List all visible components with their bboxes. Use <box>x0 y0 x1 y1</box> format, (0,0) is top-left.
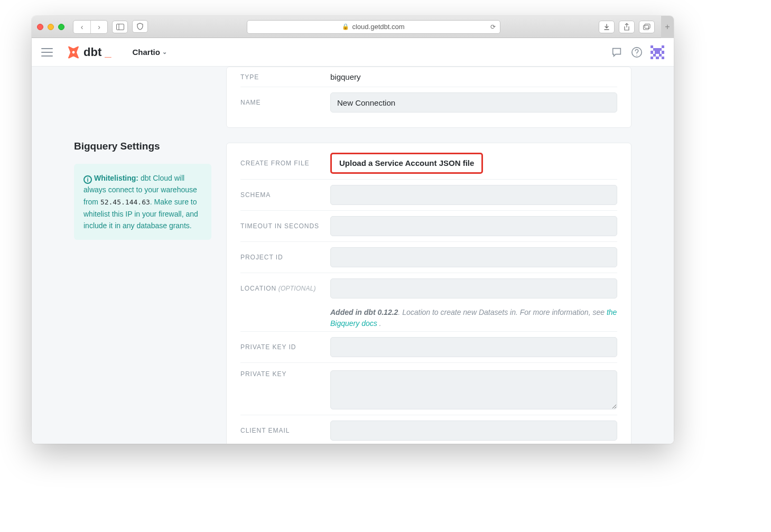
project-id-input[interactable] <box>330 247 617 267</box>
tabs-button[interactable] <box>639 21 655 33</box>
browser-window: ‹ › 🔒 cloud.getdbt.com ⟳ <box>32 16 674 444</box>
svg-point-4 <box>72 51 75 53</box>
svg-rect-0 <box>116 24 124 30</box>
svg-rect-15 <box>655 51 660 54</box>
private-key-id-input[interactable] <box>330 337 617 357</box>
back-button[interactable]: ‹ <box>73 21 90 33</box>
share-button[interactable] <box>619 21 635 33</box>
avatar[interactable] <box>651 45 664 59</box>
svg-rect-12 <box>656 48 659 51</box>
dbt-logo-icon <box>67 45 80 59</box>
sidebar-toggle-button[interactable] <box>112 21 128 33</box>
address-bar[interactable]: 🔒 cloud.getdbt.com ⟳ <box>247 20 500 34</box>
brand-logo[interactable]: dbt_ <box>67 45 111 59</box>
downloads-button[interactable] <box>599 21 615 33</box>
app-header: dbt_ Chartio ⌄ <box>32 38 674 67</box>
menu-button[interactable] <box>41 48 53 57</box>
svg-rect-16 <box>653 54 656 57</box>
forward-button[interactable]: › <box>90 21 107 33</box>
location-helper: Added in dbt 0.12.2. Location to create … <box>330 307 617 329</box>
lock-icon: 🔒 <box>342 23 349 30</box>
help-icon[interactable] <box>630 46 643 59</box>
info-icon: i <box>83 175 92 184</box>
svg-rect-9 <box>662 45 664 48</box>
svg-rect-10 <box>653 48 656 51</box>
type-label: TYPE <box>240 73 330 81</box>
private-key-id-label: PRIVATE KEY ID <box>240 343 330 351</box>
org-name: Chartio <box>132 48 160 57</box>
url-text: cloud.getdbt.com <box>352 23 404 31</box>
schema-label: SCHEMA <box>240 191 330 199</box>
sidebar-title: Bigquery Settings <box>74 141 211 152</box>
type-value: bigquery <box>330 72 361 81</box>
name-input[interactable] <box>330 92 617 113</box>
svg-rect-11 <box>659 48 662 51</box>
client-email-label: CLIENT EMAIL <box>240 427 330 434</box>
minimize-window-button[interactable] <box>48 24 54 30</box>
private-key-label: PRIVATE KEY <box>240 370 330 378</box>
upload-json-button[interactable]: Upload a Service Account JSON file <box>339 158 474 167</box>
location-input[interactable] <box>330 278 617 298</box>
connection-basic-card: TYPE bigquery NAME <box>226 67 631 128</box>
name-label: NAME <box>240 99 330 106</box>
chat-icon[interactable] <box>610 46 623 59</box>
svg-rect-18 <box>651 57 653 59</box>
form-main: TYPE bigquery NAME CREATE FROM FILE <box>226 67 631 444</box>
info-ip: 52.45.144.63 <box>100 198 150 206</box>
timeout-label: TIMEOUT IN SECONDS <box>240 222 330 230</box>
private-key-input[interactable] <box>330 370 617 409</box>
whitelist-info-box: iWhitelisting: dbt Cloud will always con… <box>74 164 211 240</box>
create-from-file-label: CREATE FROM FILE <box>240 160 330 167</box>
svg-rect-14 <box>662 51 664 54</box>
brand-text: dbt <box>83 45 101 59</box>
schema-input[interactable] <box>330 185 617 205</box>
svg-rect-3 <box>644 25 649 30</box>
new-tab-button[interactable]: + <box>661 16 674 38</box>
svg-rect-13 <box>651 51 653 54</box>
settings-sidebar: Bigquery Settings iWhitelisting: dbt Clo… <box>74 67 211 240</box>
brand-cursor: _ <box>105 45 111 59</box>
close-window-button[interactable] <box>37 24 43 30</box>
chevron-down-icon: ⌄ <box>162 49 167 55</box>
svg-point-6 <box>636 54 637 55</box>
timeout-input[interactable] <box>330 216 617 236</box>
browser-toolbar: ‹ › 🔒 cloud.getdbt.com ⟳ <box>32 16 674 38</box>
bigquery-settings-card: CREATE FROM FILE Upload a Service Accoun… <box>226 143 631 444</box>
reload-icon[interactable]: ⟳ <box>490 23 496 31</box>
maximize-window-button[interactable] <box>58 24 64 30</box>
location-label: LOCATION (OPTIONAL) <box>240 285 330 292</box>
svg-rect-17 <box>659 54 662 57</box>
svg-rect-20 <box>656 57 659 59</box>
info-lead: Whitelisting: <box>94 174 138 182</box>
window-controls <box>37 24 64 30</box>
content-scroll[interactable]: Bigquery Settings iWhitelisting: dbt Clo… <box>32 67 674 444</box>
svg-rect-2 <box>645 24 650 28</box>
client-email-input[interactable] <box>330 421 617 441</box>
privacy-report-button[interactable] <box>132 20 148 33</box>
page-viewport: dbt_ Chartio ⌄ <box>32 38 674 444</box>
nav-buttons: ‹ › <box>73 20 108 34</box>
svg-rect-8 <box>651 45 653 48</box>
upload-highlight: Upload a Service Account JSON file <box>330 153 483 174</box>
org-switcher[interactable]: Chartio ⌄ <box>132 48 167 57</box>
project-id-label: PROJECT ID <box>240 254 330 261</box>
svg-rect-19 <box>662 57 664 59</box>
